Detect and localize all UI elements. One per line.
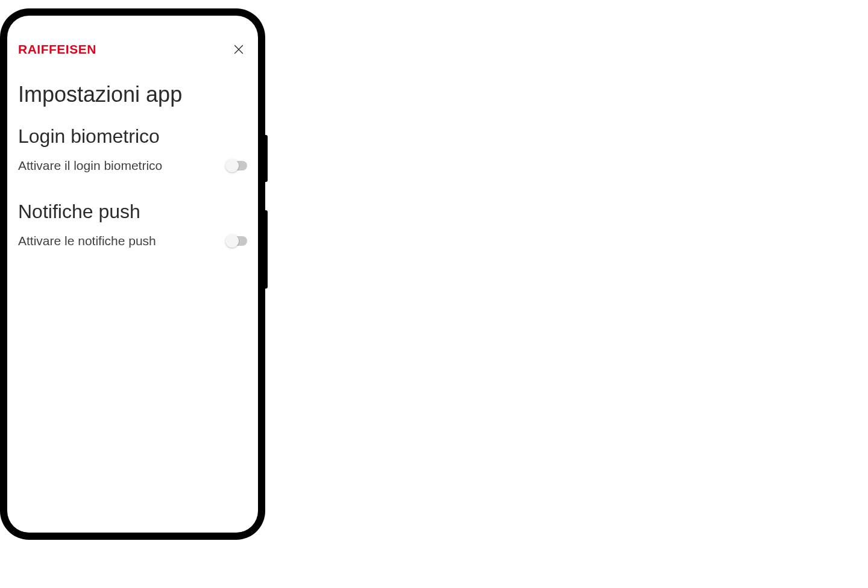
- app-header: RAIFFEISEN: [18, 16, 247, 67]
- brand-logo: RAIFFEISEN: [18, 42, 96, 57]
- phone-side-button-top: [264, 135, 268, 182]
- phone-side-button-bottom: [264, 210, 268, 289]
- page-title: Impostazioni app: [18, 82, 247, 107]
- toggle-knob: [225, 159, 239, 172]
- setting-row-push: Attivare le notifiche push: [18, 234, 247, 248]
- toggle-knob: [225, 234, 239, 248]
- section-title-push: Notifiche push: [18, 201, 247, 223]
- app-content: RAIFFEISEN Impostazioni app Login biomet…: [7, 16, 258, 248]
- setting-label-push: Attivare le notifiche push: [18, 234, 156, 248]
- section-title-biometric: Login biometrico: [18, 125, 247, 148]
- toggle-biometric-login[interactable]: [227, 161, 247, 170]
- phone-device-frame: RAIFFEISEN Impostazioni app Login biomet…: [0, 8, 265, 540]
- close-icon: [232, 43, 245, 56]
- setting-label-biometric: Attivare il login biometrico: [18, 158, 162, 173]
- setting-row-biometric: Attivare il login biometrico: [18, 158, 247, 173]
- toggle-push-notifications[interactable]: [227, 236, 247, 246]
- phone-screen: RAIFFEISEN Impostazioni app Login biomet…: [7, 16, 258, 533]
- close-button[interactable]: [230, 41, 247, 58]
